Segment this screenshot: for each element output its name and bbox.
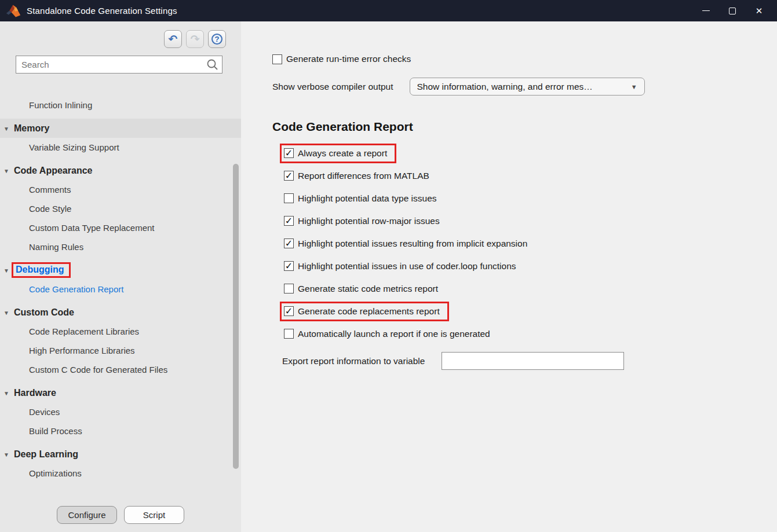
checkbox[interactable] [284, 329, 294, 339]
sidebar-item-label: Devices [0, 407, 60, 417]
report-option-highlight-potential-issues-in-use-of-coder-loop-functions: ✓Highlight potential issues in use of co… [284, 255, 777, 277]
sidebar-item-label: Custom Data Type Replacement [0, 223, 155, 233]
report-option-generate-static-code-metrics-report: Generate static code metrics report [284, 277, 777, 300]
checkbox[interactable] [284, 284, 294, 293]
runtime-error-checks-row: Generate run-time error checks [272, 53, 777, 65]
checkbox-label: Highlight potential issues resulting fro… [298, 239, 527, 249]
checkbox-label: Highlight potential data type issues [298, 193, 437, 204]
sidebar-scrollbar-thumb[interactable] [233, 164, 239, 469]
checkbox-label: Highlight potential issues in use of cod… [298, 261, 516, 271]
sidebar-item-label: Function Inlining [0, 100, 92, 110]
checkbox[interactable]: ✓ [284, 171, 294, 181]
export-variable-label: Export report information to variable [282, 356, 425, 366]
settings-tree: Function Inlining▼MemoryVariable Sizing … [0, 96, 241, 483]
option-wrap: ✓Report differences from MATLAB [280, 166, 439, 186]
checkbox[interactable]: ✓ [284, 148, 294, 158]
report-option-highlight-potential-data-type-issues: Highlight potential data type issues [284, 187, 777, 210]
sidebar-item-custom-c-code-for-generated-files[interactable]: Custom C Code for Generated Files [0, 360, 241, 379]
script-button[interactable]: Script [124, 506, 184, 524]
report-options-list: ✓Always create a report✓Report differenc… [272, 142, 777, 345]
dropdown-selected-value: Show information, warning, and error mes… [417, 82, 626, 92]
collapse-arrow-icon[interactable]: ▼ [3, 390, 9, 396]
sidebar-item-debugging[interactable]: ▼Debugging [0, 261, 241, 280]
undo-button[interactable]: ↶ [164, 30, 182, 48]
titlebar: Standalone Code Generation Settings ✕ [0, 0, 777, 21]
runtime-error-checks-label: Generate run-time error checks [286, 54, 411, 64]
collapse-arrow-icon[interactable]: ▼ [3, 167, 9, 174]
sidebar-item-hardware[interactable]: ▼Hardware [0, 383, 241, 402]
sidebar: ↶ ↷ ? Function Inlining▼MemoryVariable S… [0, 21, 241, 532]
sidebar-item-custom-data-type-replacement[interactable]: Custom Data Type Replacement [0, 218, 241, 237]
collapse-arrow-icon[interactable]: ▼ [3, 267, 9, 273]
export-variable-row: Export report information to variable [272, 352, 777, 370]
search-box [16, 56, 222, 74]
redo-button[interactable]: ↷ [186, 30, 204, 48]
matlab-logo-icon [6, 4, 21, 18]
sidebar-item-devices[interactable]: Devices [0, 402, 241, 421]
collapse-arrow-icon[interactable]: ▼ [3, 451, 9, 457]
runtime-error-checks-checkbox[interactable] [272, 54, 282, 64]
sidebar-item-build-process[interactable]: Build Process [0, 421, 241, 441]
close-icon: ✕ [756, 6, 763, 15]
collapse-arrow-icon[interactable]: ▼ [3, 125, 9, 131]
sidebar-item-code-style[interactable]: Code Style [0, 199, 241, 218]
option-wrap: Generate static code metrics report [280, 279, 447, 299]
sidebar-item-label: High Performance Libraries [0, 346, 135, 355]
verbose-output-dropdown[interactable]: Show information, warning, and error mes… [410, 78, 645, 96]
section-title: Code Generation Report [272, 120, 777, 134]
highlight-annotation: ✓Generate code replacements report [280, 302, 449, 321]
verbose-output-row: Show verbose compiler output Show inform… [272, 78, 777, 96]
checkbox-label: Automatically launch a report if one is … [298, 329, 490, 339]
window-title: Standalone Code Generation Settings [27, 6, 177, 16]
help-icon: ? [211, 34, 222, 45]
maximize-icon [729, 8, 736, 14]
minimize-button[interactable] [692, 0, 719, 21]
undo-icon: ↶ [169, 34, 178, 45]
sidebar-item-optimizations[interactable]: Optimizations [0, 464, 241, 483]
search-icon [206, 58, 219, 71]
highlight-annotation: ✓Always create a report [280, 144, 396, 163]
sidebar-item-memory[interactable]: ▼Memory [0, 119, 241, 138]
collapse-arrow-icon[interactable]: ▼ [3, 309, 9, 315]
sidebar-item-custom-code[interactable]: ▼Custom Code [0, 303, 241, 322]
help-button[interactable]: ? [208, 30, 226, 48]
sidebar-item-code-replacement-libraries[interactable]: Code Replacement Libraries [0, 322, 241, 341]
sidebar-item-high-performance-libraries[interactable]: High Performance Libraries [0, 341, 241, 360]
sidebar-item-naming-rules[interactable]: Naming Rules [0, 237, 241, 256]
export-variable-input[interactable] [442, 352, 624, 370]
checkbox[interactable]: ✓ [284, 239, 294, 248]
maximize-button[interactable] [719, 0, 746, 21]
close-button[interactable]: ✕ [746, 0, 772, 21]
sidebar-item-label: Deep Learning [0, 449, 78, 460]
checkbox[interactable]: ✓ [284, 261, 294, 271]
sidebar-item-function-inlining[interactable]: Function Inlining [0, 96, 241, 115]
configure-button[interactable]: Configure [57, 506, 117, 524]
checkbox[interactable]: ✓ [284, 216, 294, 226]
report-option-always-create-a-report: ✓Always create a report [284, 142, 777, 164]
sidebar-item-deep-learning[interactable]: ▼Deep Learning [0, 445, 241, 464]
checkbox[interactable] [284, 193, 294, 203]
sidebar-item-comments[interactable]: Comments [0, 180, 241, 199]
option-wrap: ✓Highlight potential issues in use of co… [280, 256, 526, 276]
checkbox[interactable]: ✓ [284, 306, 294, 316]
sidebar-item-label: Naming Rules [0, 242, 83, 252]
sidebar-item-label: Optimizations [0, 468, 82, 478]
search-input[interactable] [16, 56, 222, 74]
sidebar-item-code-appearance[interactable]: ▼Code Appearance [0, 161, 241, 180]
report-option-automatically-launch-a-report-if-one-is-generated: Automatically launch a report if one is … [284, 322, 777, 345]
checkbox-label: Highlight potential row-major issues [298, 216, 440, 226]
chevron-down-icon: ▼ [631, 83, 637, 90]
checkbox-label: Generate static code metrics report [298, 284, 438, 294]
report-option-generate-code-replacements-report: ✓Generate code replacements report [284, 300, 777, 322]
report-option-highlight-potential-row-major-issues: ✓Highlight potential row-major issues [284, 210, 777, 232]
sidebar-item-variable-sizing-support[interactable]: Variable Sizing Support [0, 138, 241, 157]
checkbox-label: Always create a report [298, 148, 387, 159]
sidebar-item-code-generation-report[interactable]: Code Generation Report [0, 280, 241, 299]
report-option-highlight-potential-issues-resulting-from-implicit-expansion: ✓Highlight potential issues resulting fr… [284, 232, 777, 255]
settings-window: Standalone Code Generation Settings ✕ ↶ … [0, 0, 777, 532]
sidebar-item-label: Variable Sizing Support [0, 142, 119, 152]
checkbox-label: Generate code replacements report [298, 306, 440, 317]
sidebar-item-label: Debugging [12, 262, 71, 278]
verbose-output-label: Show verbose compiler output [272, 82, 393, 92]
sidebar-item-label: Custom C Code for Generated Files [0, 365, 167, 375]
